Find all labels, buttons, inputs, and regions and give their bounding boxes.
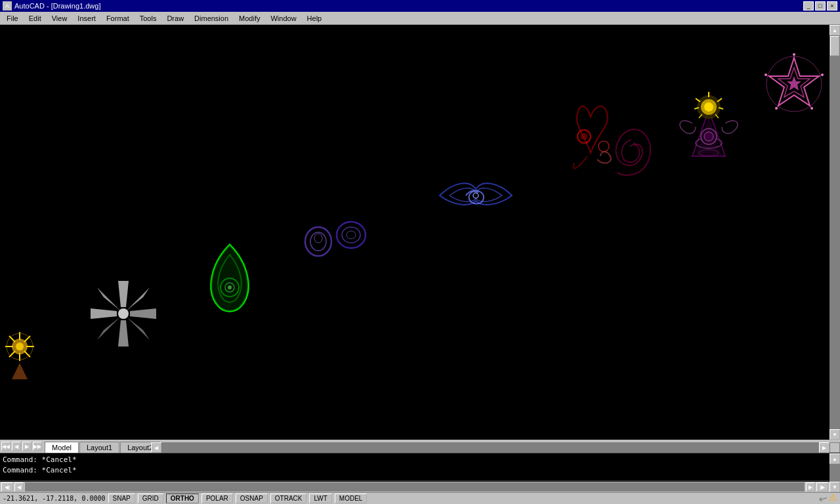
tab-layout1[interactable]: Layout1 xyxy=(79,442,119,453)
svg-point-1 xyxy=(16,343,24,350)
scrollbar-right[interactable]: ▲ ▼ xyxy=(830,25,840,440)
svg-point-54 xyxy=(810,107,813,110)
svg-point-37 xyxy=(704,132,713,141)
svg-point-40 xyxy=(704,102,713,112)
svg-marker-14 xyxy=(91,308,117,319)
command-output: Command: *Cancel* Command: *Cancel* xyxy=(0,453,840,480)
tab-model[interactable]: Model xyxy=(45,442,79,453)
menu-draw[interactable]: Draw xyxy=(161,13,189,24)
minimize-button[interactable]: _ xyxy=(803,1,814,10)
cad-object-8 xyxy=(680,92,738,156)
cmd-nav-left-end[interactable]: ◀| xyxy=(1,482,13,492)
scroll-thumb-right[interactable] xyxy=(830,36,839,56)
cursor-icon: ↙ xyxy=(816,491,830,504)
cad-object-2 xyxy=(91,281,156,346)
tab-nav-buttons[interactable]: ◀◀ ◀ ▶ ▶▶ xyxy=(1,442,43,451)
cmd-scroll-track[interactable] xyxy=(830,464,840,482)
grid-button[interactable]: GRID xyxy=(138,494,163,503)
snap-button[interactable]: SNAP xyxy=(108,494,135,503)
scroll-left-button[interactable]: ◀ xyxy=(151,442,161,453)
command-line-2: Command: *Cancel* xyxy=(3,465,837,476)
tab-last-button[interactable]: ▶▶ xyxy=(33,442,42,451)
svg-marker-15 xyxy=(130,308,156,319)
svg-point-53 xyxy=(821,74,824,76)
svg-marker-19 xyxy=(97,317,120,340)
menu-modify[interactable]: Modify xyxy=(234,13,265,24)
command-scrollbar[interactable]: ▲ ▼ xyxy=(830,453,840,492)
polar-button[interactable]: POLAR xyxy=(201,494,233,503)
ortho-button[interactable]: ORTHO xyxy=(166,494,199,503)
svg-point-33 xyxy=(598,141,609,152)
tabs-list: Model Layout1 Layout2 xyxy=(45,442,161,453)
cad-object-3 xyxy=(211,245,248,311)
cmd-scroll-down[interactable]: ▼ xyxy=(830,482,840,492)
lwt-button[interactable]: LWT xyxy=(309,494,331,503)
warning-icon: ⚠ xyxy=(829,492,837,504)
osnap-button[interactable]: OSNAP xyxy=(236,494,268,503)
svg-point-27 xyxy=(337,222,366,248)
svg-point-25 xyxy=(310,232,326,251)
scrollbar-bottom[interactable]: ◀ ▶ xyxy=(151,442,830,453)
cmd-nav-right[interactable]: ▶ xyxy=(806,482,815,492)
menu-file[interactable]: File xyxy=(1,13,24,24)
hscroll-track[interactable] xyxy=(161,442,819,453)
cad-object-1 xyxy=(5,332,34,379)
menu-format[interactable]: Format xyxy=(101,13,135,24)
svg-marker-11 xyxy=(12,363,28,379)
menu-help[interactable]: Help xyxy=(302,13,327,24)
svg-marker-18 xyxy=(127,287,150,310)
menu-window[interactable]: Window xyxy=(265,13,301,24)
scroll-corner xyxy=(830,442,840,453)
svg-point-56 xyxy=(765,74,767,76)
model-button[interactable]: MODEL xyxy=(335,494,368,503)
cmd-hscroll-track[interactable] xyxy=(25,482,805,492)
scroll-down-button[interactable]: ▼ xyxy=(830,429,840,440)
cmd-nav-left[interactable]: ◀ xyxy=(14,482,24,492)
svg-point-24 xyxy=(305,227,331,256)
tab-prev-button[interactable]: ◀ xyxy=(12,442,21,451)
svg-marker-13 xyxy=(118,320,129,346)
svg-point-32 xyxy=(581,133,587,140)
svg-point-26 xyxy=(314,234,322,243)
app-icon: A xyxy=(3,1,12,10)
menubar: File Edit View Insert Format Tools Draw … xyxy=(0,12,840,25)
svg-line-9 xyxy=(9,351,15,357)
menu-view[interactable]: View xyxy=(47,13,73,24)
svg-point-28 xyxy=(342,227,360,243)
titlebar-left: A AutoCAD - [Drawing1.dwg] xyxy=(3,1,100,10)
status-icons: ↙ ⚠ xyxy=(819,492,837,504)
close-button[interactable]: × xyxy=(827,1,837,10)
scroll-up-button[interactable]: ▲ xyxy=(830,25,840,35)
scroll-track-right[interactable] xyxy=(830,35,840,429)
svg-point-20 xyxy=(118,308,129,319)
svg-line-6 xyxy=(9,336,15,342)
cmd-scroll-up[interactable]: ▲ xyxy=(830,453,840,464)
cad-object-4 xyxy=(305,222,366,256)
cad-object-9 xyxy=(765,53,824,112)
cad-viewport xyxy=(0,25,840,440)
menu-edit[interactable]: Edit xyxy=(24,13,47,24)
svg-marker-16 xyxy=(97,287,120,310)
svg-marker-17 xyxy=(127,317,150,340)
svg-line-7 xyxy=(24,351,30,357)
otrack-button[interactable]: OTRACK xyxy=(270,494,307,503)
tab-next-button[interactable]: ▶ xyxy=(22,442,32,451)
maximize-button[interactable]: □ xyxy=(815,1,826,10)
canvas-area[interactable]: ▲ ▼ xyxy=(0,25,840,440)
cad-object-6 xyxy=(574,106,611,169)
menu-tools[interactable]: Tools xyxy=(135,13,162,24)
command-nav-bar: ◀| ◀ ▶ |▶ xyxy=(0,482,830,492)
command-area: Command: *Cancel* Command: *Cancel* ▲ ▼ … xyxy=(0,453,840,492)
svg-point-29 xyxy=(346,231,356,239)
cad-object-5 xyxy=(440,183,512,205)
titlebar-controls[interactable]: _ □ × xyxy=(802,1,837,10)
menu-insert[interactable]: Insert xyxy=(72,13,101,24)
statusbar: -21.3621, -17.2118, 0.0000 SNAP GRID ORT… xyxy=(0,492,840,504)
tab-first-button[interactable]: ◀◀ xyxy=(1,442,10,451)
scroll-right-button[interactable]: ▶ xyxy=(819,442,830,453)
coordinates-display: -21.3621, -17.2118, 0.0000 xyxy=(3,495,106,502)
menu-dimension[interactable]: Dimension xyxy=(189,13,234,24)
titlebar: A AutoCAD - [Drawing1.dwg] _ □ × xyxy=(0,0,840,12)
titlebar-title: AutoCAD - [Drawing1.dwg] xyxy=(14,2,100,10)
svg-point-52 xyxy=(793,53,795,56)
